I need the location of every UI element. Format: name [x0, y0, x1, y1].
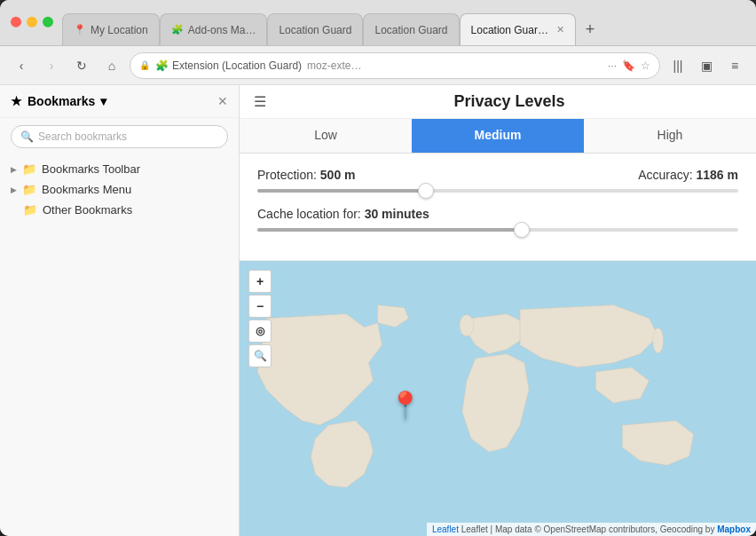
navbar: ‹ › ↻ ⌂ 🔒 🧩 Extension (Location Guard) m…	[0, 46, 756, 85]
minimize-button[interactable]	[27, 16, 37, 27]
accuracy-label: Accuracy: 1186 m	[638, 168, 738, 182]
map-controls: + − ◎ 🔍	[248, 270, 272, 367]
sidebar-item-label: Bookmarks Toolbar	[42, 162, 140, 176]
star-icon[interactable]: ☆	[641, 59, 650, 72]
arrow-right-icon: ▶	[11, 165, 17, 174]
address-bar[interactable]: 🔒 🧩 Extension (Location Guard) moz-exte……	[130, 52, 660, 79]
privacy-level-tabs: Low Medium High	[240, 119, 756, 154]
tab-close-icon[interactable]: ✕	[556, 24, 564, 35]
tab-low[interactable]: Low	[240, 119, 412, 153]
map-area: 📍 + − ◎ 🔍 Leaflet Leaflet | Map data © O…	[240, 261, 756, 536]
nav-right: ||| ▣ ≡	[665, 53, 747, 78]
sidebar-item-bookmarks-menu[interactable]: ▶ 📁 Bookmarks Menu	[0, 179, 239, 200]
tab-location-guard-1[interactable]: Location Guard	[267, 13, 363, 45]
tab-my-location-label: My Location	[91, 24, 148, 36]
tab-location-guard-active[interactable]: Location Guar… ✕	[460, 13, 576, 45]
url-text: moz-exte…	[307, 59, 602, 72]
map-location-pin: 📍	[389, 390, 421, 421]
tab-location-guard-2[interactable]: Location Guard	[363, 13, 459, 45]
address-actions: ··· 🔖 ☆	[608, 59, 650, 72]
tab-addons[interactable]: 🧩 Add-ons Ma…	[160, 13, 268, 45]
protection-slider-fill	[257, 189, 426, 193]
forward-button[interactable]: ›	[39, 53, 64, 78]
bookmark-icon: 🔖	[622, 59, 635, 72]
sidebar-header: ★ Bookmarks ▾ ✕	[0, 85, 239, 118]
tab-location-guard-1-label: Location Guard	[279, 24, 351, 36]
folder-icon: 📁	[22, 183, 36, 196]
sidebar-items: ▶ 📁 Bookmarks Toolbar ▶ 📁 Bookmarks Menu…	[0, 155, 239, 224]
folder-icon: 📁	[22, 162, 36, 176]
attribution-text: Leaflet | Map data © OpenStreetMap contr…	[461, 524, 717, 534]
chevron-down-icon: ▾	[100, 94, 106, 108]
hamburger-menu-icon[interactable]: ☰	[254, 93, 266, 110]
tab-location-guard-active-label: Location Guar…	[471, 24, 548, 36]
sidebar-item-bookmarks-toolbar[interactable]: ▶ 📁 Bookmarks Toolbar	[0, 159, 239, 179]
accuracy-value: 1186 m	[697, 168, 738, 182]
extension-name: Extension (Location Guard)	[172, 59, 302, 72]
tab-high[interactable]: High	[584, 119, 756, 153]
map-svg	[240, 261, 756, 536]
lock-icon: 🔒	[139, 60, 150, 70]
traffic-lights	[11, 16, 53, 27]
tab-medium[interactable]: Medium	[412, 119, 584, 153]
bookmarks-sidebar: ★ Bookmarks ▾ ✕ 🔍 Search bookmarks ▶ 📁 B…	[0, 85, 240, 536]
reader-view-button[interactable]: |||	[665, 53, 690, 78]
tab-my-location[interactable]: 📍 My Location	[62, 13, 160, 45]
locate-button[interactable]: ◎	[248, 319, 272, 343]
extension-puzzle-icon: 🧩	[155, 59, 169, 72]
protection-slider-container	[257, 189, 738, 193]
page-title: Privacy Levels	[277, 92, 742, 111]
tab-addons-label: Add-ons Ma…	[188, 24, 256, 36]
sidebar-item-label: Bookmarks Menu	[42, 183, 131, 196]
main-content: ☰ Privacy Levels Low Medium High Protect…	[240, 85, 756, 536]
sidebar-close-button[interactable]: ✕	[217, 94, 228, 108]
close-button[interactable]	[11, 16, 21, 27]
sidebar-item-other-bookmarks[interactable]: 📁 Other Bookmarks	[0, 200, 239, 220]
sidebar-item-label: Other Bookmarks	[43, 203, 132, 217]
browser-window: 📍 My Location 🧩 Add-ons Ma… Location Gua…	[0, 0, 756, 536]
cache-row: Cache location for: 30 minutes	[257, 207, 738, 221]
sidebar-search[interactable]: 🔍 Search bookmarks	[11, 125, 228, 148]
reload-button[interactable]: ↻	[69, 53, 94, 78]
protection-label: Protection: 500 m	[257, 168, 356, 182]
location-pin-icon: 📍	[74, 24, 86, 35]
title-bar: 📍 My Location 🧩 Add-ons Ma… Location Gua…	[0, 0, 756, 46]
mapbox-link[interactable]: Mapbox	[717, 524, 751, 534]
cache-label: Cache location for: 30 minutes	[257, 207, 429, 221]
puzzle-icon: 🧩	[171, 24, 184, 35]
new-tab-button[interactable]: +	[576, 13, 604, 45]
maximize-button[interactable]	[43, 16, 53, 27]
map-attribution: Leaflet Leaflet | Map data © OpenStreetM…	[427, 523, 756, 536]
protection-accuracy-row: Protection: 500 m Accuracy: 1186 m	[257, 168, 738, 182]
tab-location-guard-2-label: Location Guard	[374, 24, 447, 36]
leaflet-link[interactable]: Leaflet	[432, 524, 459, 534]
back-button[interactable]: ‹	[9, 53, 34, 78]
zoom-in-button[interactable]: +	[248, 270, 272, 293]
search-placeholder: Search bookmarks	[38, 130, 127, 143]
settings-area: Protection: 500 m Accuracy: 1186 m Cache…	[240, 154, 756, 261]
more-button[interactable]: ···	[608, 59, 617, 72]
sidebar-title-label: Bookmarks	[28, 94, 95, 108]
tabs-area: 📍 My Location 🧩 Add-ons Ma… Location Gua…	[62, 13, 604, 45]
protection-value: 500 m	[320, 168, 356, 182]
home-button[interactable]: ⌂	[99, 53, 124, 78]
extension-label: 🧩 Extension (Location Guard)	[155, 59, 302, 72]
svg-point-2	[653, 328, 664, 353]
cache-slider-thumb[interactable]	[514, 222, 530, 238]
search-map-button[interactable]: 🔍	[248, 344, 272, 367]
sidebar-toggle-button[interactable]: ▣	[694, 53, 719, 78]
search-icon: 🔍	[20, 130, 34, 143]
sidebar-title[interactable]: ★ Bookmarks ▾	[11, 94, 106, 108]
cache-value: 30 minutes	[365, 207, 429, 221]
menu-button[interactable]: ≡	[722, 53, 747, 78]
cache-slider-container	[257, 228, 738, 232]
arrow-right-icon: ▶	[11, 185, 17, 194]
protection-slider-track	[257, 189, 738, 193]
cache-slider-track	[257, 228, 738, 232]
cache-slider-fill	[257, 228, 522, 232]
protection-slider-thumb[interactable]	[418, 183, 434, 199]
zoom-out-button[interactable]: −	[248, 295, 272, 318]
content-area: ★ Bookmarks ▾ ✕ 🔍 Search bookmarks ▶ 📁 B…	[0, 85, 756, 536]
svg-point-1	[460, 315, 474, 336]
content-header: ☰ Privacy Levels	[240, 85, 756, 119]
